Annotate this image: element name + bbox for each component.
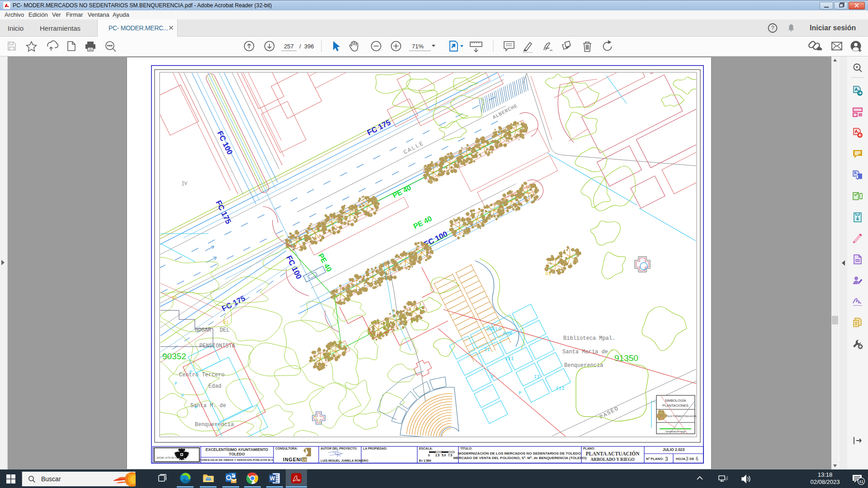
svg-text:TOLEDO: TOLEDO <box>229 452 245 456</box>
svg-text:0: 0 <box>428 454 430 457</box>
svg-text:TÍTULO:: TÍTULO: <box>460 446 472 450</box>
svg-text:Benquerencia: Benquerencia <box>195 422 234 428</box>
svg-text:MERCADO DE VENTA DEL POLÍGONO,: MERCADO DE VENTA DEL POLÍGONO, Sª. Mª. d… <box>453 456 587 460</box>
svg-text:PLANO:: PLANO: <box>583 447 595 450</box>
svg-text:Santa María de: Santa María de <box>562 349 608 355</box>
svg-text:SIMBOLOGÍA: SIMBOLOGÍA <box>665 399 686 403</box>
svg-text:P: P <box>519 390 522 396</box>
svg-text:III: III <box>556 386 565 391</box>
svg-text:P: P <box>175 381 177 386</box>
svg-text:7.5: 7.5 <box>448 454 452 457</box>
svg-text:P: P <box>195 405 198 410</box>
svg-text:90352: 90352 <box>162 352 186 361</box>
svg-text:PLANTACIONES: PLANTACIONES <box>662 404 688 408</box>
svg-text:SUELO: SUELO <box>486 326 501 332</box>
svg-text:LUIS MIGUEL JUMELA ROMERO: LUIS MIGUEL JUMELA ROMERO <box>321 459 368 462</box>
svg-text:III: III <box>505 356 514 361</box>
svg-text:ARBOLADO Y RIEGO: ARBOLADO Y RIEGO <box>590 457 634 462</box>
svg-text:AUTOR DEL PROYECTO:: AUTOR DEL PROYECTO: <box>321 447 358 450</box>
svg-text:Canalización riego: Canalización riego <box>665 430 685 433</box>
svg-text:EXCELENTÍSIMO AYUNTAMIENTO: EXCELENTÍSIMO AYUNTAMIENTO <box>206 447 269 452</box>
svg-text:US: US <box>302 458 307 461</box>
svg-text:3: 3 <box>665 456 668 462</box>
svg-text:JULIO 2.023: JULIO 2.023 <box>663 447 685 452</box>
svg-text:91350: 91350 <box>614 353 638 363</box>
svg-text:INGENI: INGENI <box>283 457 302 462</box>
svg-text:E= 1:500: E= 1:500 <box>419 459 431 462</box>
svg-text:LA PROPIEDAD:: LA PROPIEDAD: <box>363 447 387 450</box>
svg-text:Edad: Edad <box>208 383 222 389</box>
svg-text:01: 01 <box>545 271 552 277</box>
svg-text:MODERNIZACIÓN DE LOS MERCADOS: MODERNIZACIÓN DE LOS MERCADOS NO SEDENTA… <box>458 451 582 455</box>
svg-text:Biblioteca Mpal.: Biblioteca Mpal. <box>563 335 615 342</box>
svg-text:CONSULTORA:: CONSULTORA: <box>275 447 298 450</box>
svg-text:CONCEJALÍA DE OBRAS Y SERVICIO: CONCEJALÍA DE OBRAS Y SERVICIOS PÚBLICOS… <box>200 458 274 461</box>
svg-text:]V: ]V <box>181 181 188 186</box>
svg-text:EXCMO. AYTO DE TOLEDO: EXCMO. AYTO DE TOLEDO <box>157 457 183 459</box>
svg-text:DE: DE <box>689 457 694 461</box>
svg-text:DEL: DEL <box>220 327 230 333</box>
svg-text:?: ? <box>771 25 774 31</box>
svg-text:W: W <box>270 475 275 482</box>
svg-text:01: 01 <box>223 320 229 325</box>
svg-text:5.0: 5.0 <box>442 454 446 457</box>
svg-text:II: II <box>484 347 490 352</box>
svg-text:2.5: 2.5 <box>435 454 439 457</box>
svg-text:POR: POR <box>503 331 512 336</box>
svg-text:6: 6 <box>696 456 698 461</box>
svg-text:HOGAR: HOGAR <box>195 327 211 333</box>
svg-text:P: P <box>189 370 192 375</box>
svg-text:P: P <box>181 394 184 399</box>
svg-text:41: 41 <box>859 479 863 484</box>
svg-text:TILIA TORMENTOSA H=10M: TILIA TORMENTOSA H=10M <box>666 415 697 418</box>
svg-text:PLANTA ACTUACIÓN: PLANTA ACTUACIÓN <box>586 450 640 456</box>
svg-text:II: II <box>534 374 540 380</box>
svg-text:3: 3 <box>686 456 689 461</box>
svg-text:ESCALA:: ESCALA: <box>419 447 433 450</box>
svg-text:HOJA: HOJA <box>676 457 685 461</box>
svg-text:Nº PLANO:: Nº PLANO: <box>646 457 664 461</box>
